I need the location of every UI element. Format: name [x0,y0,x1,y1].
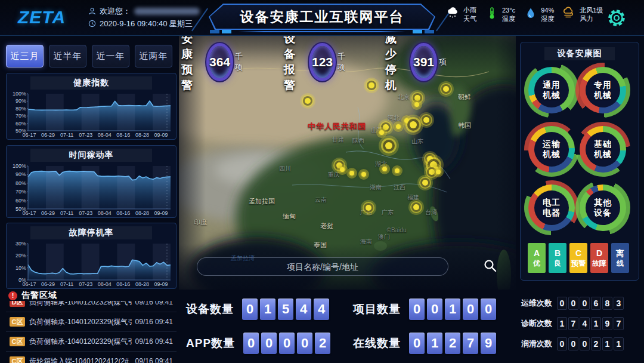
digit-tile: 0 [557,337,567,350]
legend-letter: 离 [616,248,624,259]
gauge-电工电器: 电工电器 [528,184,575,231]
svg-text:100%: 100% [13,91,26,97]
counter-digits: 00100 [409,299,496,320]
counter-digits: 01279 [409,333,496,354]
project-marker[interactable] [413,204,419,210]
title-underline [239,31,405,32]
alert-section-title: 告警区域 [21,290,57,301]
svg-text:06-17: 06-17 [22,281,36,287]
gauge-label: 其他设备 [586,190,620,225]
counter-label: 润滑次数 [521,339,552,349]
gauge-label: 专用机械 [586,73,620,107]
project-marker[interactable] [429,169,435,175]
svg-text:70%: 70% [16,189,26,195]
svg-text:08-16: 08-16 [116,210,130,216]
project-marker[interactable] [410,121,417,128]
digit-tile: 7 [614,317,624,330]
alert-row[interactable]: D区负荷侧轴承-10401202329(煤气引风机电...09/16 09:41 [6,301,177,312]
alert-icon: ! [8,291,17,300]
alert-zone-badge: C区 [10,317,25,327]
project-marker[interactable] [423,117,429,123]
svg-text:09-09: 09-09 [154,210,168,216]
svg-text:80%: 80% [16,106,26,112]
project-marker[interactable] [404,118,409,123]
project-marker[interactable] [385,142,392,149]
weather-label: 湿度 [541,14,554,23]
project-marker[interactable] [379,130,384,135]
project-marker[interactable] [414,95,420,101]
digit-tile: 0 [481,299,496,320]
svg-text:90%: 90% [16,98,26,104]
settings-gear-icon[interactable] [606,7,627,29]
project-marker[interactable] [436,170,441,174]
project-marker[interactable] [443,86,449,92]
alert-row[interactable]: C区负荷侧轴承-10401202329(煤气引风机电...09/16 09:41 [6,312,177,332]
digit-tile: 2 [591,337,601,350]
time-filter-近半年[interactable]: 近半年 [49,45,86,67]
digit-tile: 0 [463,299,478,320]
time-filter-近一年[interactable]: 近一年 [92,45,129,67]
header: ZETA 欢迎您： 2020-9-16 09:40:40 星期三 设备安 [0,0,644,36]
project-marker[interactable] [383,124,389,130]
project-marker[interactable] [361,172,366,177]
alert-zone-badge: C区 [10,337,25,346]
legend-故障: D故障 [590,243,608,273]
legend-良: B良 [549,243,566,273]
project-marker[interactable] [396,124,401,129]
welcome-block: 欢迎您： 2020-9-16 09:40:40 星期三 [88,5,200,30]
project-marker[interactable] [382,167,387,171]
project-marker[interactable] [305,98,311,104]
svg-text:06-29: 06-29 [41,210,55,216]
legend-letter: A [534,248,540,259]
weather-value: 小雨 [463,6,476,14]
project-marker[interactable] [340,167,345,172]
digit-tile: 0 [279,333,295,354]
digit-tile: 0 [580,337,590,350]
digit-tile: 9 [602,317,612,330]
alert-row[interactable]: C区负荷侧轴承-10401202329(煤气引风机电...09/16 09:41 [6,332,177,352]
time-filter-近三月[interactable]: 近三月 [6,45,44,67]
kpi-value: 364 [209,55,230,69]
svg-text:100%: 100% [13,163,26,169]
counter-label: APP数量 [186,336,235,351]
counter-digits: 174197 [557,317,624,330]
svg-text:08-16: 08-16 [116,132,130,138]
digit-tile: 6 [591,297,601,310]
digit-tile: 0 [242,299,258,320]
weather-text: 小雨天气 [463,6,476,23]
svg-text:08-28: 08-28 [135,132,149,138]
kpi-circle: 391 [413,46,434,78]
project-marker[interactable] [349,171,354,176]
counter-label: 运维次数 [521,298,552,309]
search-icon[interactable] [483,259,497,273]
project-marker[interactable] [422,180,428,186]
legend-label: 故障 [592,259,606,268]
svg-text:07-23: 07-23 [79,132,92,138]
legend-label: 预警 [571,259,586,268]
digit-tile: 0 [568,297,578,310]
digit-tile: 1 [260,299,275,320]
project-marker[interactable] [369,82,374,88]
username-redacted [134,8,200,15]
gauge-专用机械: 专用机械 [580,67,626,113]
project-marker[interactable] [414,102,419,107]
kpi-安康预警: 安康预警364千项 [181,44,243,80]
project-marker[interactable] [395,168,400,173]
digit-tile: 5 [278,299,293,320]
digit-tile: 0 [580,297,590,310]
downtime-rate-panel: 故障停机率 30%20%10%0%06-1706-2907-1107-2308-… [6,223,177,289]
kpi-value: 391 [413,55,434,69]
search-input[interactable] [197,257,448,276]
project-marker[interactable] [366,205,371,211]
alert-time: 09/16 09:41 [135,301,173,306]
chart-title: 健康指数 [30,76,152,90]
alert-time: 09/16 09:41 [135,357,173,363]
svg-text:30%: 30% [16,241,26,247]
svg-text:06-29: 06-29 [41,132,55,138]
counter-运维次数: 运维次数000683 [521,297,624,310]
gauge-label: 通用机械 [534,73,569,107]
kpi-unit: 千项 [338,51,345,73]
weather-text: 23°c温度 [502,6,515,23]
alert-row[interactable]: C区齿轮箱输入端-10401202412(2#（2V）...09/16 09:4… [6,352,177,363]
time-filter-近两年[interactable]: 近两年 [135,45,172,67]
